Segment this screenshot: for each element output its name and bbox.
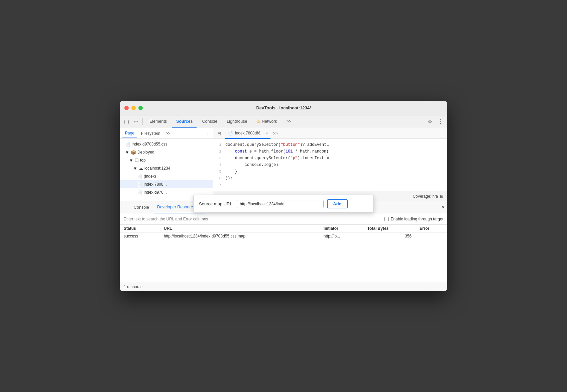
tree-item-js[interactable]: 📄 index.7808... (120, 180, 213, 188)
status-coverage: Coverage: n/a ⊞ (413, 194, 443, 199)
settings-icon[interactable]: ⚙ (426, 118, 434, 126)
code-line-4: 4 console.log(e) (213, 162, 447, 168)
css-file-label: index.d9703d55.css (132, 142, 167, 146)
coverage-label: Coverage: n/a (413, 194, 438, 199)
sourcemap-add-button[interactable]: Add (327, 199, 347, 208)
td-url: http://localhost:1234/index.d9703d55.css… (160, 232, 320, 240)
code-line-2: 2 const e = Math.floor(101 * Math.random… (213, 148, 447, 155)
table-body: success http://localhost:1234/index.d970… (120, 232, 447, 240)
editor-tabs: ⊟ 📄 index.7808df6... × >> (213, 128, 447, 139)
code-line-7: 7 (213, 182, 447, 188)
table: Status URL Initiator Total Bytes Error s… (120, 225, 447, 240)
warning-icon: ⚠ (257, 119, 261, 124)
toolbar-right: ⚙ ⋮ (426, 118, 445, 126)
sourcemap-input[interactable] (237, 200, 324, 208)
maximize-button[interactable] (138, 106, 143, 110)
code-line-6: 6 )); (213, 175, 447, 182)
left-panel-tabs: Page Filesystem >> ⋮ (120, 128, 213, 139)
sourcemap-popup: Source map URL: Add (193, 195, 374, 213)
td-error (416, 232, 447, 240)
tab-lighthouse[interactable]: Lighthouse (223, 115, 251, 128)
editor-tab-close[interactable]: × (265, 131, 267, 135)
table-row[interactable]: success http://localhost:1234/index.d970… (120, 232, 447, 240)
titlebar: DevTools - localhost:1234/ (120, 101, 447, 115)
tree-item-deployed[interactable]: ▼ 📦 Deployed (120, 148, 213, 156)
editor-toggle-icon[interactable]: ⊟ (215, 129, 224, 138)
th-totalbytes: Total Bytes (363, 225, 416, 232)
inspect-element-icon[interactable]: ⬚ (122, 118, 130, 126)
tab-elements[interactable]: Elements (145, 115, 171, 128)
deployed-label: Deployed (137, 150, 154, 155)
left-tab-filesystem[interactable]: Filesystem (138, 130, 163, 137)
editor-tab-js[interactable]: 📄 index.7808df6... × (225, 128, 270, 139)
th-status: Status (120, 225, 160, 232)
left-panel: Page Filesystem >> ⋮ 📄 index.d9703d55.cs… (120, 128, 213, 201)
kebab-menu-icon[interactable]: ⋮ (437, 118, 445, 126)
code-line-3: 3 document.querySelector("p").innerText … (213, 155, 447, 162)
bp-tab-console[interactable]: Console (130, 201, 152, 213)
device-toolbar-icon[interactable]: ▱ (132, 118, 140, 126)
js-file-icon: 📄 (137, 182, 142, 187)
top-label: top (140, 158, 146, 163)
table-header-row: Status URL Initiator Total Bytes Error (120, 225, 447, 232)
index-label: (index) (144, 174, 156, 179)
window-controls (124, 106, 143, 110)
resource-count: 1 resource (124, 285, 143, 289)
tree-item-top[interactable]: ▼ ☐ top (120, 156, 213, 164)
css2-file-label: index.d970... (144, 190, 167, 195)
tree-item-index[interactable]: 📄 (index) (120, 172, 213, 180)
js-file-label: index.7808... (144, 182, 167, 187)
right-panel: ⊟ 📄 index.7808df6... × >> 1 document.que… (213, 128, 447, 201)
bottom-panel-menu[interactable]: ⋮ (122, 204, 128, 210)
table-head: Status URL Initiator Total Bytes Error (120, 225, 447, 232)
main-area: Page Filesystem >> ⋮ 📄 index.d9703d55.cs… (120, 128, 447, 201)
left-tab-page[interactable]: Page (122, 129, 137, 137)
editor-tab-more[interactable]: >> (270, 131, 280, 136)
top-frame-icon: ☐ (135, 158, 139, 163)
th-initiator: Initiator (320, 225, 363, 232)
search-input[interactable] (124, 217, 382, 221)
bottom-panel: ⋮ Console Developer Resources × × Enable… (120, 201, 447, 291)
window-title: DevTools - localhost:1234/ (256, 105, 311, 110)
tab-network[interactable]: ⚠ Network (253, 115, 281, 128)
code-line-1: 1 document.querySelector("button")?.addE… (213, 141, 447, 148)
left-panel-menu[interactable]: ⋮ (206, 131, 210, 136)
code-line-5: 5 } (213, 168, 447, 175)
coverage-icon[interactable]: ⊞ (440, 194, 443, 199)
tree-item-localhost[interactable]: ▼ ☁ localhost:1234 (120, 164, 213, 172)
td-totalbytes: 356 (363, 232, 416, 240)
minimize-button[interactable] (131, 106, 136, 110)
css-file-icon: 📄 (125, 142, 130, 147)
bottom-status: 1 resource (120, 282, 447, 291)
th-url: URL (160, 225, 320, 232)
search-bar: Enable loading through target (120, 213, 447, 225)
bottom-panel-close[interactable]: × (442, 204, 445, 210)
close-button[interactable] (124, 106, 129, 110)
devtools-window: DevTools - localhost:1234/ ⬚ ▱ Elements … (120, 101, 447, 291)
editor-tab-file-icon: 📄 (228, 131, 233, 135)
tab-console[interactable]: Console (198, 115, 221, 128)
enable-loading-checkbox[interactable] (384, 217, 389, 221)
top-arrow-icon: ▼ (129, 158, 133, 163)
toolbar-separator (142, 118, 143, 125)
localhost-label: localhost:1234 (144, 166, 170, 171)
left-panel-more[interactable]: >> (165, 131, 170, 136)
resources-table: Status URL Initiator Total Bytes Error s… (120, 225, 447, 282)
th-error: Error (416, 225, 447, 232)
sourcemap-label: Source map URL: (199, 201, 233, 206)
enable-loading-label: Enable loading through target (384, 217, 443, 221)
tab-sources[interactable]: Sources (172, 115, 197, 128)
deployed-package-icon: 📦 (131, 150, 136, 155)
file-tree: 📄 index.d9703d55.css ▼ 📦 Deployed ▼ ☐ to… (120, 139, 213, 201)
editor-tab-label: index.7808df6... (235, 131, 263, 135)
tree-item-css[interactable]: 📄 index.d9703d55.css (120, 140, 213, 148)
td-status: success (120, 232, 160, 240)
localhost-cloud-icon: ☁ (139, 166, 143, 171)
tab-more[interactable]: >> (282, 115, 296, 128)
code-area[interactable]: 1 document.querySelector("button")?.addE… (213, 139, 447, 191)
index-file-icon: 📄 (137, 174, 142, 179)
devtools-toolbar: ⬚ ▱ Elements Sources Console Lighthouse … (120, 115, 447, 128)
deployed-icon: ▼ (125, 150, 129, 155)
td-initiator: http://lo... (320, 232, 363, 240)
localhost-arrow-icon: ▼ (133, 166, 137, 171)
